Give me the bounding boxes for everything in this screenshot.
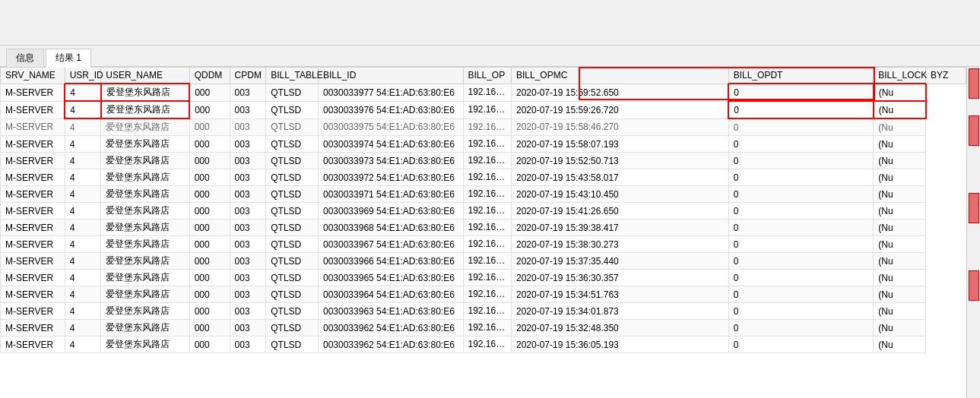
table-cell: 4 [65,203,101,220]
table-cell: 2020-07-19 15:59:52.650 [512,84,729,101]
table-cell: 000 [189,286,230,303]
tab-bar: 信息 结果 1 [0,46,980,67]
table-cell: (Nu [874,303,926,320]
table-cell: M-SERVER [1,101,65,118]
table-row[interactable]: M-SERVER4爱登堡东风路店000003QTLSD0030033977 54… [1,84,966,101]
table-row[interactable]: M-SERVER4爱登堡东风路店000003QTLSD0030033967 54… [1,236,966,253]
table-cell: 2020-07-19 15:52:50.713 [512,153,729,169]
table-cell: QTLSD [266,236,319,253]
table-cell: M-SERVER [1,118,65,136]
table-cell: 爱登堡东风路店 [101,286,189,303]
table-row[interactable]: M-SERVER4爱登堡东风路店000003QTLSD0030033969 54… [1,203,966,220]
table-cell: 0 [728,84,874,101]
table-cell: M-SERVER [1,203,65,220]
table-cell: 爱登堡东风路店 [101,153,189,169]
right-btn-4[interactable] [969,270,979,301]
table-cell: (Nu [874,136,926,153]
table-cell: (Nu [874,320,926,336]
table-cell: M-SERVER [1,136,65,153]
tab-result1[interactable]: 结果 1 [46,49,91,68]
table-cell: 爱登堡东风路店 [101,336,189,353]
table-cell: 0030033964 54:E1:AD:63:80:E6 [319,286,464,303]
table-wrapper[interactable]: SRV_NAME USR_ID USER_NAME QDDM CPDM BILL… [0,67,966,398]
table-cell: M-SERVER [1,286,65,303]
table-cell: 192.168.1.105:新增:INSERT(SKY-20180102MFO) [463,270,512,286]
table-cell: QTLSD [266,286,319,303]
table-cell: 192.168.1.105:新增:INSERT(SKY-20180102MFO) [463,186,512,203]
table-cell: 爱登堡东风路店 [101,236,189,253]
table-cell: 0030033971 54:E1:AD:63:80:E6 [319,186,464,203]
col-qddm: QDDM [189,68,230,84]
table-cell: QTLSD [266,169,319,186]
right-btn-3[interactable] [969,193,979,223]
table-cell: 0030033965 54:E1:AD:63:80:E6 [319,270,464,286]
tab-info[interactable]: 信息 [6,49,44,67]
table-row[interactable]: M-SERVER4爱登堡东风路店000003QTLSD0030033974 54… [1,136,966,153]
table-cell: QTLSD [266,203,319,220]
col-byz: BYZ [926,68,966,84]
table-row[interactable]: M-SERVER4爱登堡东风路店000003QTLSD0030033962 54… [1,336,966,353]
table-cell: 003 [230,336,266,353]
table-cell: M-SERVER [1,253,65,270]
table-cell: 2020-07-19 15:36:05.193 [512,336,729,353]
table-cell: 4 [65,286,101,303]
table-cell: 0 [728,286,874,303]
table-cell: 0030033962 54:E1:AD:63:80:E6 [319,320,464,336]
table-cell: M-SERVER [1,336,65,353]
table-cell: 爱登堡东风路店 [101,136,189,153]
table-cell: 003 [230,220,266,236]
col-usr-id: USR_ID [65,68,101,84]
table-row[interactable]: M-SERVER4爱登堡东风路店000003QTLSD0030033962 54… [1,320,966,336]
right-btn-1[interactable] [969,68,979,99]
table-cell: 2020-07-19 15:58:07.193 [512,136,729,153]
table-cell: 0 [728,186,874,203]
table-row[interactable]: M-SERVER4爱登堡东风路店000003QTLSD0030033971 54… [1,186,966,203]
table-row[interactable]: M-SERVER4爱登堡东风路店000003QTLSD0030033968 54… [1,220,966,236]
table-row[interactable]: M-SERVER4爱登堡东风路店000003QTLSD0030033975 54… [1,118,966,136]
table-cell: (Nu [874,153,926,169]
table-cell: 0 [728,336,874,353]
table-row[interactable]: M-SERVER4爱登堡东风路店000003QTLSD0030033973 54… [1,153,966,169]
table-row[interactable]: M-SERVER4爱登堡东风路店000003QTLSD0030033964 54… [1,286,966,303]
table-row[interactable]: M-SERVER4爱登堡东风路店000003QTLSD0030033966 54… [1,253,966,270]
right-btn-2[interactable] [969,115,979,146]
table-cell: 192.168.1.105:新增:INSERT(SKY-20180102MFO) [463,101,512,118]
table-cell: 爱登堡东风路店 [101,220,189,236]
content-area: SRV_NAME USR_ID USER_NAME QDDM CPDM BILL… [0,67,980,398]
col-bill-op: BILL_OP [463,68,512,84]
table-row[interactable]: M-SERVER4爱登堡东风路店000003QTLSD0030033965 54… [1,270,966,286]
table-cell: 000 [189,84,230,101]
table-cell: 000 [189,101,230,118]
table-cell: (Nu [874,236,926,253]
table-cell: 爱登堡东风路店 [101,203,189,220]
table-cell: (Nu [874,220,926,236]
col-bill-lock: BILL_LOCK [874,68,926,84]
table-cell: (Nu [874,286,926,303]
table-header-row: SRV_NAME USR_ID USER_NAME QDDM CPDM BILL… [1,68,966,84]
table-cell: 192.168.1.105:新增:INSERT(SKY-20180102MFO) [463,320,512,336]
table-cell: QTLSD [266,186,319,203]
right-panel [966,67,980,398]
table-row[interactable]: M-SERVER4爱登堡东风路店000003QTLSD0030033972 54… [1,169,966,186]
table-cell: QTLSD [266,220,319,236]
table-row[interactable]: M-SERVER4爱登堡东风路店000003QTLSD0030033976 54… [1,101,966,118]
table-cell: 0 [728,220,874,236]
table-cell: 192.168.1.105:新增:INSERT(SKY-20180102MFO) [463,169,512,186]
table-cell: 2020-07-19 15:59:26.720 [512,101,729,118]
table-row[interactable]: M-SERVER4爱登堡东风路店000003QTLSD0030033963 54… [1,303,966,320]
table-cell: 192.168.1.105:新增:INSERT(SKY-20180102MFO) [463,153,512,169]
table-cell: 4 [65,220,101,236]
table-cell: 2020-07-19 15:38:30.273 [512,236,729,253]
table-cell: 003 [230,186,266,203]
table-cell: M-SERVER [1,186,65,203]
table-cell: 0030033974 54:E1:AD:63:80:E6 [319,136,464,153]
table-cell: 003 [230,253,266,270]
table-cell: 000 [189,118,230,136]
table-cell: (Nu [874,169,926,186]
table-cell: 爱登堡东风路店 [101,270,189,286]
table-cell: 2020-07-19 15:39:38.417 [512,220,729,236]
table-cell: 爱登堡东风路店 [101,253,189,270]
table-cell: 192.168.1.105:新增:INSERT(SKY-20180102MFO) [463,203,512,220]
table-cell: QTLSD [266,303,319,320]
table-cell: 192.168.1.105:新增:INSERT(SKY-20180102MFO) [463,136,512,153]
